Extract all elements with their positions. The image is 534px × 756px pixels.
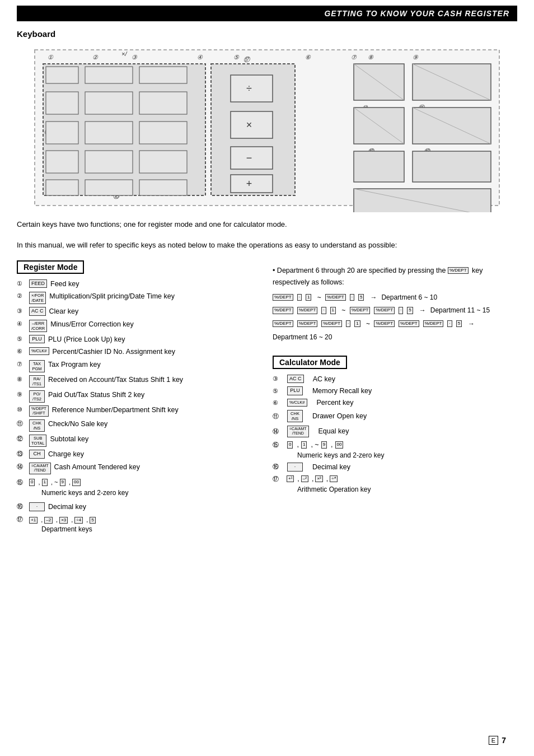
svg-rect-50 [46,151,78,173]
svg-rect-42 [85,67,133,83]
dept-row-1: %/DEPT · 1 ~ %/DEPT · 5 → Department 6 ~… [273,292,517,303]
list-item: ⑩ %/DEPT/SHIFT Reference Number/Departme… [17,405,261,417]
list-item: ⑪ CHK/NS Check/No Sale key [17,419,261,432]
list-item: ② ×/FOR/DATE Multiplication/Split pricin… [17,292,261,304]
svg-text:⑦: ⑦ [351,54,357,60]
list-item-dept: ⑰ +1 , –2 , ×3 , ÷4 , 5 Dep [17,515,261,535]
right-column: • Department 6 through 20 are specified … [273,260,517,539]
calc-item: ⑥ %/CLK# Percent key [273,399,517,407]
list-item: ⑫ SUBTOTAL Subtotal key [17,435,261,447]
svg-text:④: ④ [197,54,203,60]
svg-text:×: × [246,119,252,130]
calc-item-numeric: ⑮ 0 , 1 , ~ 9 , 00 Numeric keys and 2-ze… [273,441,517,459]
calculator-mode-label: Calculator Mode [273,356,347,369]
register-key-list: ① FEED Feed key ② ×/FOR/DATE Multiplicat… [17,279,261,536]
svg-rect-36 [413,151,491,182]
calc-item: ⑭ =CA/AMT/TEND Equal key [273,426,517,437]
dept-keys: +1 , –2 , ×3 , ÷4 , 5 [29,516,97,524]
register-mode-column: Register Mode ① FEED Feed key ② ×/FOR/DA… [17,260,261,539]
svg-rect-35 [354,151,404,182]
list-item: ③ AC C Clear key [17,307,261,317]
calc-item-arith: ⑰ +¹ , –² , ×³ , ÷⁴ Arithmetic Operation… [273,475,517,493]
svg-rect-54 [85,180,133,195]
list-item: ⑤ PLU PLU (Price Look Up) key [17,335,261,345]
svg-text:②: ② [92,54,99,60]
page: GETTING TO KNOW YOUR CASH REGISTER Keybo… [0,0,534,756]
page-footer: E 7 [489,736,506,745]
svg-text:⑨: ⑨ [413,54,419,60]
svg-text:÷: ÷ [246,83,252,94]
calc-item: ⑤ PLU Memory Recall key [273,386,517,395]
dept-bullet: • Department 6 through 20 are specified … [273,265,517,289]
svg-text:③: ③ [132,54,138,60]
register-mode-label: Register Mode [17,260,84,274]
svg-rect-43 [139,67,187,83]
keyboard-svg: ① ② ×/ ③ ④ ⑤ ⑥ ⑦ ⑮ ⑰ ÷ × − + [32,44,502,212]
list-item: ⑨ PO//TS2 Paid Out/Tax Status Shift 2 ke… [17,390,261,403]
calc-item: ⑪ CHK/NS Drawer Open key [273,410,517,422]
svg-rect-51 [85,151,133,173]
svg-rect-39 [354,189,491,212]
section-title: Keyboard [17,29,517,39]
list-item: ⑭ =CA/AMT/TEND Cash Amount Tendered key [17,463,261,474]
desc-line-1: Certain keys have two functions; one for… [17,219,517,231]
svg-rect-48 [85,122,133,144]
list-item: ⑦ TAXPGM Tax Program key [17,360,261,372]
svg-text:⑥: ⑥ [305,54,311,60]
list-item: ⑥ %/CLK# Percent/Cashier ID No. Assignme… [17,347,261,357]
numeric-keys-register: 0 , 1 , ~ 9 , 00 [29,478,82,487]
svg-text:⑧: ⑧ [368,54,374,60]
svg-text:⑤: ⑤ [233,54,240,60]
svg-text:−: − [246,152,252,164]
svg-rect-45 [85,92,133,114]
svg-text:+: + [246,178,252,189]
header-bar: GETTING TO KNOW YOUR CASH REGISTER [17,6,517,21]
svg-rect-49 [139,122,187,144]
e-label: E [489,736,498,745]
svg-rect-47 [46,122,78,144]
desc-line-2: In this manual, we will refer to specifi… [17,240,517,251]
header-title: GETTING TO KNOW YOUR CASH REGISTER [324,9,509,18]
list-item: ⑧ RA//TS1 Received on Account/Tax Status… [17,375,261,388]
svg-text:①: ① [48,54,54,60]
list-item: ④ –/ERR/CORR Minus/Error Correction key [17,320,261,332]
svg-rect-52 [139,151,187,173]
calc-item: ③ AC C AC key [273,375,517,384]
svg-rect-41 [46,67,78,83]
list-item: ⑬ CH Charge key [17,450,261,460]
two-col-layout: Register Mode ① FEED Feed key ② ×/FOR/DA… [17,260,517,539]
svg-text:×/: ×/ [121,50,127,57]
dept-info-section: • Department 6 through 20 are specified … [273,265,517,343]
list-item: ① FEED Feed key [17,279,261,290]
svg-text:⑰: ⑰ [243,56,250,63]
calculator-mode-section: Calculator Mode ③ AC C AC key ⑤ PLU Memo… [273,356,517,493]
svg-rect-55 [139,180,187,195]
keyboard-diagram: ① ② ×/ ③ ④ ⑤ ⑥ ⑦ ⑮ ⑰ ÷ × − + [17,44,517,212]
dept-row-3: %/DEPT %/DEPT %/DEPT · 1 ~ %/DEPT %/DEPT… [273,318,517,343]
svg-rect-46 [139,92,187,114]
calculator-key-list: ③ AC C AC key ⑤ PLU Memory Recall key ⑥ … [273,375,517,493]
page-number: 7 [502,736,506,745]
list-item-numeric: ⑮ 0 , 1 , ~ 9 , 00 Numeric keys and 2-ze… [17,477,261,500]
svg-rect-44 [46,92,78,114]
svg-rect-53 [46,180,78,195]
dept-row-2: %/DEPT %/DEPT · 1 ~ %/DEPT %/DEPT · 5 → … [273,305,517,316]
list-item: ⑯ · Decimal key [17,502,261,512]
calc-item: ⑯ · Decimal key [273,463,517,472]
